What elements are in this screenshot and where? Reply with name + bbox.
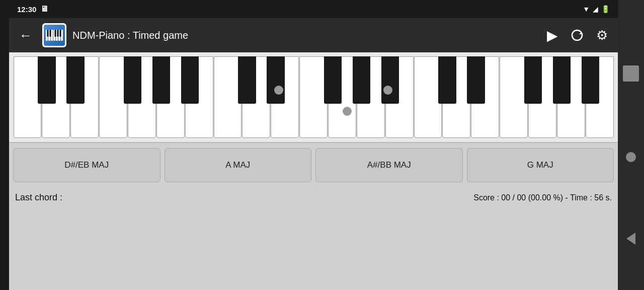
- status-right: ▼ ◢ 🔋: [583, 5, 610, 13]
- svg-rect-2: [51, 30, 53, 41]
- white-key-10[interactable]: [299, 56, 328, 138]
- right-triangle-button[interactable]: [626, 233, 635, 245]
- note-dot-1: [383, 86, 392, 95]
- clock: 12:30: [17, 5, 36, 14]
- note-dot-0: [274, 86, 283, 95]
- white-key-14[interactable]: [414, 56, 442, 138]
- white-key-0[interactable]: [14, 56, 42, 138]
- svg-rect-6: [61, 30, 63, 41]
- black-key-7[interactable]: [324, 56, 342, 104]
- bottom-space: [9, 208, 618, 290]
- settings-button[interactable]: ⚙: [592, 26, 612, 45]
- right-panel: [618, 0, 644, 290]
- app-icon: [42, 23, 66, 47]
- chord-area: D#/EB MAJ A MAJ A#/BB MAJ G MAJ: [9, 143, 618, 187]
- chord-btn-2[interactable]: A#/BB MAJ: [315, 148, 463, 182]
- piano-keyboard[interactable]: [13, 56, 614, 138]
- status-bar: 12:30 🖥 ▼ ◢ 🔋: [9, 0, 618, 18]
- app-icon-inner: [44, 25, 65, 46]
- game-status: Last chord : Score : 00 / 00 (00.00 %) -…: [9, 187, 618, 208]
- black-key-0[interactable]: [38, 56, 55, 104]
- black-key-14[interactable]: [582, 56, 599, 104]
- white-key-3[interactable]: [99, 56, 127, 138]
- chord-btn-0[interactable]: D#/EB MAJ: [13, 148, 160, 182]
- chord-btn-3[interactable]: G MAJ: [467, 148, 614, 182]
- svg-rect-10: [57, 30, 59, 37]
- svg-rect-7: [47, 30, 49, 37]
- main-content: 12:30 🖥 ▼ ◢ 🔋 ←: [9, 0, 618, 290]
- black-key-10[interactable]: [438, 56, 456, 104]
- right-circle-button[interactable]: [626, 152, 636, 162]
- white-key-17[interactable]: [500, 56, 528, 138]
- black-key-12[interactable]: [524, 56, 542, 104]
- svg-marker-12: [579, 32, 583, 34]
- left-sidebar: [0, 0, 9, 290]
- black-key-2[interactable]: [124, 56, 141, 104]
- right-square-button[interactable]: [623, 65, 639, 82]
- black-key-5[interactable]: [238, 56, 256, 104]
- back-button[interactable]: ←: [15, 26, 36, 45]
- black-key-8[interactable]: [353, 56, 370, 104]
- signal-icon: ◢: [593, 5, 598, 13]
- chord-btn-1[interactable]: A MAJ: [165, 148, 312, 182]
- svg-rect-8: [50, 30, 51, 37]
- sim-icon: 🖥: [40, 5, 48, 14]
- score-display: Score : 00 / 00 (00.00 %) - Time : 56 s.: [473, 193, 612, 202]
- app-bar-actions: ▶ ⚙: [543, 25, 612, 46]
- black-key-11[interactable]: [467, 56, 485, 104]
- status-left: 12:30 🖥: [17, 5, 48, 14]
- black-key-13[interactable]: [553, 56, 571, 104]
- black-key-4[interactable]: [181, 56, 199, 104]
- refresh-button[interactable]: [566, 26, 588, 44]
- app-bar: ←: [9, 18, 618, 52]
- battery-icon: 🔋: [601, 5, 610, 13]
- last-chord-label: Last chord :: [15, 192, 62, 203]
- wifi-icon: ▼: [583, 5, 590, 13]
- note-dot-2: [343, 107, 352, 116]
- black-key-9[interactable]: [381, 56, 399, 104]
- black-key-6[interactable]: [267, 56, 284, 104]
- black-key-1[interactable]: [66, 56, 84, 104]
- svg-rect-11: [60, 30, 61, 37]
- white-key-7[interactable]: [214, 56, 242, 138]
- black-key-3[interactable]: [152, 56, 170, 104]
- piano-container: [9, 52, 618, 143]
- svg-rect-9: [55, 30, 56, 37]
- play-button[interactable]: ▶: [543, 25, 562, 46]
- app-title: NDM-Piano : Timed game: [72, 30, 537, 41]
